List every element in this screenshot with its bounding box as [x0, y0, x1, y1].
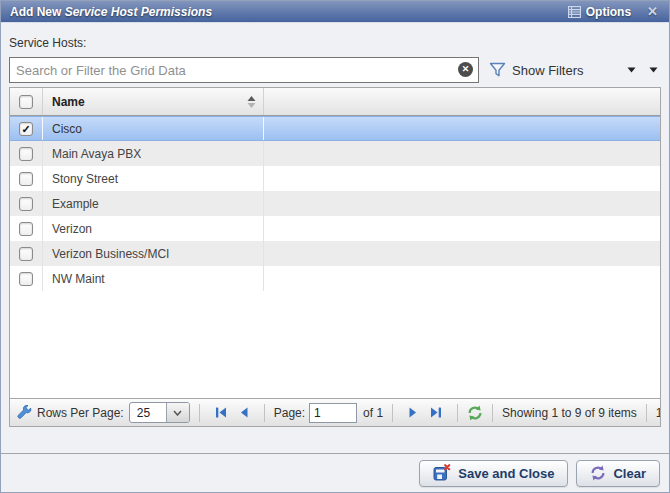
row-filler-cell: [264, 141, 660, 166]
dialog-title-emphasis: Service Host Permissions: [65, 5, 212, 19]
service-hosts-grid: Name ✓ Cisco Main Avaya PBX: [9, 87, 661, 427]
row-checkbox[interactable]: [19, 197, 33, 211]
page-label: Page:: [274, 406, 305, 420]
table-row[interactable]: Stony Street: [10, 166, 660, 191]
row-checkbox[interactable]: [19, 247, 33, 261]
header-checkbox-cell: [10, 88, 42, 115]
header-filler-cell: [264, 88, 660, 115]
name-column-label: Name: [52, 95, 85, 109]
row-checkbox-cell: [10, 166, 42, 191]
table-row[interactable]: NW Maint: [10, 266, 660, 291]
table-row[interactable]: Verizon Business/MCI: [10, 241, 660, 266]
toolbar-divider: [646, 404, 647, 422]
name-column-header[interactable]: Name: [42, 88, 264, 115]
rows-per-page-label: Rows Per Page:: [37, 406, 124, 420]
row-filler-cell: [264, 166, 660, 191]
last-page-button[interactable]: [429, 406, 443, 419]
row-checkbox-cell: [10, 241, 42, 266]
filter-funnel-icon: [489, 62, 506, 78]
table-row[interactable]: Verizon: [10, 216, 660, 241]
title-bar: Add New Service Host Permissions Options…: [1, 1, 669, 23]
row-checkbox-cell: [10, 266, 42, 291]
row-filler-cell: [264, 266, 660, 291]
show-filters-button[interactable]: Show Filters: [489, 62, 661, 78]
row-checkbox[interactable]: [19, 272, 33, 286]
save-icon: [433, 464, 451, 482]
showing-items-text: Showing 1 to 9 of 9 items: [502, 406, 637, 420]
row-checkbox-cell: [10, 191, 42, 216]
row-name-cell: Verizon Business/MCI: [42, 241, 264, 266]
table-row[interactable]: Example: [10, 191, 660, 216]
clear-button[interactable]: Clear: [576, 460, 660, 487]
row-checkbox-cell: ✓: [10, 117, 42, 140]
rows-per-page-caret-icon: [166, 403, 189, 422]
first-page-button[interactable]: [214, 406, 228, 419]
grid-empty-area: [10, 291, 660, 398]
clear-label: Clear: [613, 466, 646, 481]
grid-settings-wrench-icon[interactable]: [17, 405, 32, 420]
toolbar-divider: [264, 404, 265, 422]
dialog-title-prefix: Add New: [10, 5, 65, 19]
grid-pager-toolbar: Rows Per Page: 25 Page: of 1: [10, 398, 660, 426]
filter-caret-group: [627, 67, 661, 73]
table-row[interactable]: ✓ Cisco: [10, 116, 660, 141]
options-list-icon: [568, 6, 581, 18]
refresh-icon[interactable]: [467, 405, 483, 421]
sort-icon: [247, 95, 256, 109]
rows-per-page-value: 25: [130, 403, 166, 422]
row-checkbox-cell: [10, 141, 42, 166]
search-filter-row: ✕ Show Filters: [9, 57, 661, 83]
toolbar-divider: [457, 404, 458, 422]
clear-search-icon[interactable]: ✕: [458, 62, 473, 77]
dialog-footer: Save and Close Clear: [1, 454, 669, 492]
options-label: Options: [586, 5, 631, 19]
save-and-close-button[interactable]: Save and Close: [419, 460, 568, 487]
table-row[interactable]: Main Avaya PBX: [10, 141, 660, 166]
close-icon[interactable]: ✕: [647, 4, 658, 19]
options-button[interactable]: Options: [568, 5, 631, 19]
service-hosts-label: Service Hosts:: [9, 36, 661, 51]
grid-header-row: Name: [10, 88, 660, 116]
row-filler-cell: [264, 216, 660, 241]
selection-count-text: 1 item sel: [656, 406, 660, 420]
toolbar-divider: [392, 404, 393, 422]
toolbar-divider: [199, 404, 200, 422]
filter-dropdown-icon[interactable]: [627, 67, 636, 73]
row-name-cell: Verizon: [42, 216, 264, 241]
row-name-cell: Cisco: [42, 117, 264, 140]
dialog-title: Add New Service Host Permissions: [10, 5, 212, 19]
row-name-cell: Stony Street: [42, 166, 264, 191]
row-filler-cell: [264, 241, 660, 266]
toolbar-divider: [492, 404, 493, 422]
save-and-close-label: Save and Close: [458, 466, 554, 481]
title-bar-actions: Options ✕: [568, 4, 660, 19]
rows-per-page-select[interactable]: 25: [129, 402, 190, 423]
row-checkbox[interactable]: [19, 147, 33, 161]
select-all-checkbox[interactable]: [19, 95, 33, 109]
show-filters-label: Show Filters: [512, 63, 584, 78]
add-service-host-permissions-dialog: Add New Service Host Permissions Options…: [0, 0, 670, 493]
row-checkbox[interactable]: [19, 222, 33, 236]
row-checkbox-cell: [10, 216, 42, 241]
page-number-input[interactable]: [309, 403, 357, 423]
next-page-button[interactable]: [407, 406, 419, 419]
dialog-body: Service Hosts: ✕ Show Filters: [1, 23, 669, 453]
row-filler-cell: [264, 191, 660, 216]
row-checkbox[interactable]: [19, 172, 33, 186]
search-box: ✕: [9, 57, 479, 83]
clear-refresh-icon: [590, 465, 606, 481]
row-filler-cell: [264, 117, 660, 140]
row-name-cell: Example: [42, 191, 264, 216]
previous-page-button[interactable]: [238, 406, 250, 419]
row-name-cell: NW Maint: [42, 266, 264, 291]
search-input[interactable]: [9, 57, 479, 83]
row-name-cell: Main Avaya PBX: [42, 141, 264, 166]
page-of-label: of 1: [363, 406, 383, 420]
grid-menu-dropdown-icon[interactable]: [649, 67, 658, 73]
row-checkbox-checked[interactable]: ✓: [19, 122, 33, 136]
